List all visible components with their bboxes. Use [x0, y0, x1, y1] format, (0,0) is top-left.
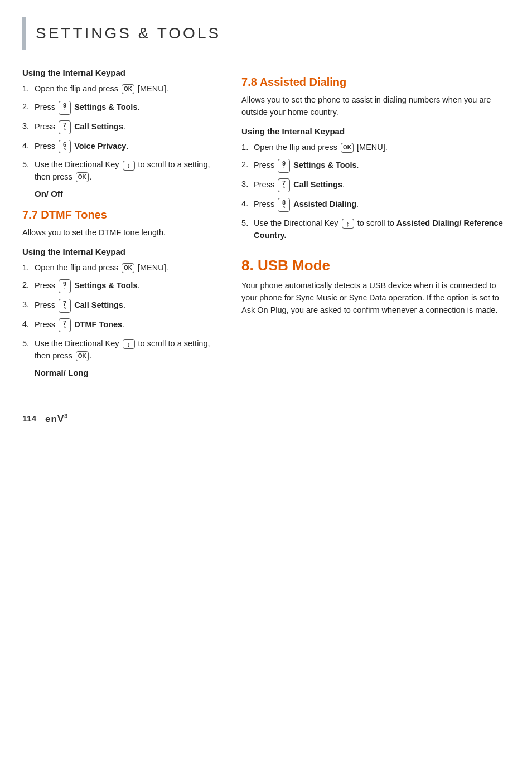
step-num: 2. [22, 279, 35, 292]
right-column: 7.8 Assisted Dialing Allows you to set t… [236, 66, 510, 385]
step-item: 5. Use the Directional Key ↕ to scroll t… [22, 338, 219, 362]
content-columns: Using the Internal Keypad 1. Open the fl… [22, 66, 510, 385]
step-item: 1. Open the flip and press OK [MENU]. [241, 142, 510, 154]
dir-key-icon: ↕ [123, 161, 135, 171]
page-header: SETTINGS & TOOLS [22, 17, 510, 50]
step-content: Press 7^ DTMF Tones. [35, 318, 219, 332]
step-content: Open the flip and press OK [MENU]. [35, 83, 219, 95]
left-column: Using the Internal Keypad 1. Open the fl… [22, 66, 236, 385]
ok-key-icon: OK [122, 84, 134, 94]
footer: 114 enV3 [22, 413, 510, 425]
step-content: Press 7^ Call Settings. [35, 299, 219, 313]
key-7-icon: 7^ [59, 299, 71, 313]
step-num: 4. [22, 318, 35, 331]
dtmf-steps: 1. Open the flip and press OK [MENU]. 2.… [22, 262, 219, 362]
voice-privacy-heading: Using the Internal Keypad [22, 68, 219, 77]
step-content: Press 7^ Call Settings. [35, 120, 219, 134]
voice-privacy-steps: 1. Open the flip and press OK [MENU]. 2.… [22, 83, 219, 183]
assisted-dialing-section: 7.8 Assisted Dialing Allows you to set t… [241, 76, 510, 241]
dtmf-section: 7.7 DTMF Tones Allows you to set the DTM… [22, 209, 219, 377]
step-content: Open the flip and press OK [MENU]. [254, 142, 510, 154]
brand-logo: enV3 [45, 413, 68, 425]
key-6-icon: 6^ [59, 140, 71, 154]
assisted-dialing-desc: Allows you to set the phone to assist in… [241, 94, 510, 119]
step-num: 1. [22, 83, 35, 95]
step-content: Use the Directional Key ↕ to scroll to a… [35, 159, 219, 183]
step-num: 1. [241, 142, 254, 154]
usb-mode-title: 8. USB Mode [241, 257, 510, 274]
key-9-icon: 9' [59, 279, 71, 293]
step-content: Use the Directional Key ↕ to scroll to a… [35, 338, 219, 362]
dir-key-icon: ↕ [342, 219, 354, 229]
assisted-dialing-steps: 1. Open the flip and press OK [MENU]. 2.… [241, 142, 510, 242]
step-num: 4. [241, 198, 254, 210]
step-content: Press 8^ Assisted Dialing. [254, 198, 510, 212]
key-9-icon: 9' [278, 159, 290, 173]
step-num: 3. [241, 178, 254, 191]
step-item: 4. Press 8^ Assisted Dialing. [241, 198, 510, 212]
ok-key-icon: OK [122, 263, 134, 273]
footer-page-number: 114 [22, 414, 36, 423]
step-num: 5. [22, 159, 35, 171]
dir-key-icon: ↕ [123, 339, 135, 349]
step-item: 1. Open the flip and press OK [MENU]. [22, 83, 219, 95]
page: SETTINGS & TOOLS Using the Internal Keyp… [0, 0, 532, 766]
step-item: 4. Press 6^ Voice Privacy. [22, 140, 219, 154]
step-item: 2. Press 9' Settings & Tools. [241, 159, 510, 173]
accent-bar [22, 17, 26, 50]
key-8-icon: 8^ [278, 198, 290, 212]
assisted-dialing-title: 7.8 Assisted Dialing [241, 76, 510, 89]
step-num: 3. [22, 299, 35, 311]
dtmf-heading: Using the Internal Keypad [22, 247, 219, 256]
step-num: 4. [22, 140, 35, 152]
step-content: Press 6^ Voice Privacy. [35, 140, 219, 154]
footer-divider [22, 408, 510, 408]
step-content: Press 9' Settings & Tools. [35, 279, 219, 293]
voice-privacy-section: Using the Internal Keypad 1. Open the fl… [22, 68, 219, 198]
page-title: SETTINGS & TOOLS [36, 25, 221, 42]
assisted-dialing-keypad-heading: Using the Internal Keypad [241, 127, 510, 136]
step-content: Open the flip and press OK [MENU]. [35, 262, 219, 274]
key-7-icon: 7^ [278, 178, 290, 192]
dtmf-result: Normal/ Long [35, 368, 219, 377]
step-item: 1. Open the flip and press OK [MENU]. [22, 262, 219, 274]
step-num: 1. [22, 262, 35, 274]
step-item: 5. Use the Directional Key ↕ to scroll t… [22, 159, 219, 183]
ok-key-icon: OK [76, 351, 89, 361]
step-item: 3. Press 7^ Call Settings. [22, 120, 219, 134]
voice-privacy-result: On/ Off [35, 189, 219, 198]
dtmf-title: 7.7 DTMF Tones [22, 209, 219, 221]
step-content: Press 9' Settings & Tools. [254, 159, 510, 173]
step-item: 3. Press 7^ Call Settings. [22, 299, 219, 313]
step-num: 5. [22, 338, 35, 350]
ok-key-icon: OK [341, 143, 354, 153]
step-content: Press 7^ Call Settings. [254, 178, 510, 192]
step-item: 4. Press 7^ DTMF Tones. [22, 318, 219, 332]
key-7b-icon: 7^ [59, 318, 71, 332]
usb-mode-desc: Your phone automatically detects a USB d… [241, 280, 510, 316]
step-item: 2. Press 9' Settings & Tools. [22, 279, 219, 293]
step-num: 3. [22, 120, 35, 133]
dtmf-desc: Allows you to set the DTMF tone length. [22, 227, 219, 239]
step-num: 2. [22, 101, 35, 113]
step-item: 3. Press 7^ Call Settings. [241, 178, 510, 192]
step-content: Press 9' Settings & Tools. [35, 101, 219, 115]
step-content: Use the Directional Key ↕ to scroll to A… [254, 217, 510, 242]
step-item: 5. Use the Directional Key ↕ to scroll t… [241, 217, 510, 242]
step-item: 2. Press 9' Settings & Tools. [22, 101, 219, 115]
step-num: 2. [241, 159, 254, 171]
ok-key-icon: OK [76, 172, 89, 182]
key-9-icon: 9' [59, 101, 71, 115]
usb-mode-section: 8. USB Mode Your phone automatically det… [241, 257, 510, 316]
step-num: 5. [241, 217, 254, 230]
key-7-icon: 7^ [59, 120, 71, 134]
